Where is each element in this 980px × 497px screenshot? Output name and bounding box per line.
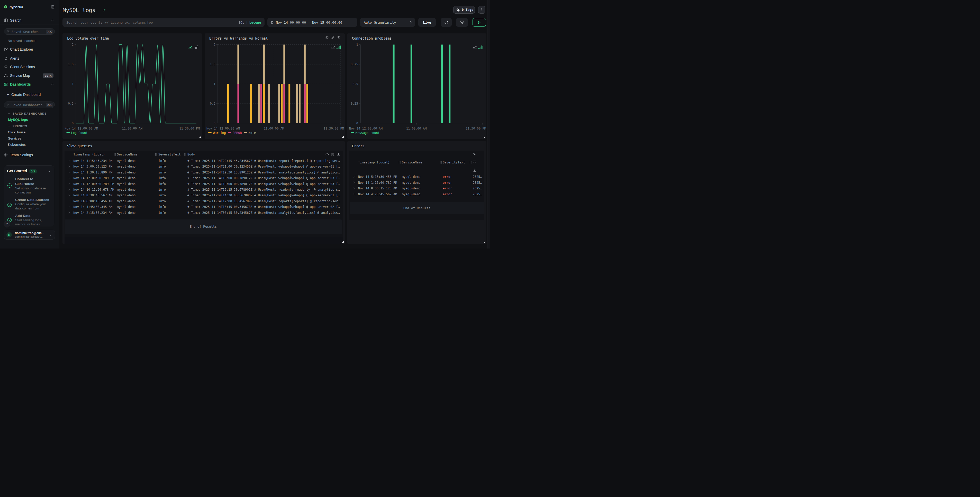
resize-handle[interactable] (199, 136, 201, 138)
column-drag-icon[interactable] (440, 161, 442, 164)
tags-button[interactable]: 0 Tags (453, 6, 475, 14)
cell-timestamp: Nov 14 6:00:15.456 AM (73, 199, 112, 203)
section-presets[interactable]: PRESETS (0, 123, 59, 129)
sidebar-item-services[interactable]: Services (0, 135, 59, 141)
horizontal-scrollbar[interactable] (65, 237, 343, 244)
expand-row-icon[interactable] (68, 177, 70, 179)
lucene-toggle[interactable]: Lucene (249, 21, 261, 24)
sql-toggle[interactable]: SQL (239, 21, 245, 24)
expand-row-icon[interactable] (353, 193, 355, 195)
cell-timestamp: Nov 14 4:15:45.234 PM (73, 159, 112, 163)
help-label: ? (6, 222, 8, 226)
column-drag-icon[interactable] (398, 161, 401, 164)
get-started-title: Get Started (7, 169, 27, 173)
panel-errors: Errors Timestamp (Local)ServiceNameSever… (347, 141, 487, 244)
saved-searches-input[interactable]: Saved Searches ⌘K (4, 28, 55, 35)
cell-servicename: mysql-demo (402, 175, 420, 179)
get-started-item-title[interactable]: Connect to ClickHouse (15, 177, 52, 187)
logo-row: HyperDX (0, 0, 59, 14)
create-dashboard-button[interactable]: + Create Dashboard (0, 91, 59, 98)
section-label: PRESETS (13, 125, 27, 128)
chevron-up-icon[interactable] (47, 170, 50, 173)
cell-severity: error (443, 181, 452, 184)
run-query-button[interactable] (473, 18, 486, 27)
sidebar-item-search[interactable]: Search (0, 16, 59, 24)
column-drag-icon[interactable] (184, 153, 186, 156)
expand-row-icon[interactable] (68, 160, 70, 162)
sidebar-item-chart-explorer[interactable]: Chart Explorer (0, 46, 59, 53)
code-icon[interactable] (325, 152, 329, 156)
sidebar-item-client-sessions[interactable]: Client Sessions (0, 63, 59, 71)
download-icon[interactable] (337, 152, 340, 156)
get-started-item-title[interactable]: Add Data (15, 214, 52, 218)
get-started-item-title[interactable]: Create Data Sources (15, 198, 52, 203)
user-profile-card[interactable]: D dominic.tran@clic... dominic.tran@clic… (4, 230, 55, 240)
hyperdx-logo-icon (4, 5, 8, 9)
download-icon[interactable] (473, 168, 477, 172)
expand-row-icon[interactable] (68, 206, 70, 208)
resize-handle[interactable] (484, 136, 485, 138)
help-button[interactable]: ? (3, 221, 10, 227)
cell-body: 2025… (473, 181, 482, 184)
sidebar-item-dashboards[interactable]: Dashboards (0, 81, 59, 88)
section-saved-dashboards[interactable]: SAVED DASHBOARDS (0, 111, 59, 116)
resize-handle[interactable] (342, 241, 344, 243)
connection-problems-chart[interactable]: 00.250.50.751Nov 14 12:00:00 AM11:00:00 … (347, 33, 487, 139)
saved-dashboards-input[interactable]: Saved Dashboards ⌘K (4, 102, 55, 108)
date-range-input[interactable]: Nov 14 00:00:00 - Nov 15 00:00:00 (267, 18, 357, 27)
scrollbar-gutter[interactable] (487, 0, 490, 249)
expand-row-icon[interactable] (68, 211, 70, 214)
granularity-select[interactable]: Auto Granularity (360, 18, 415, 27)
resize-handle[interactable] (484, 241, 485, 243)
code-icon[interactable] (473, 152, 477, 156)
filter-button[interactable] (456, 18, 468, 27)
cell-servicename: mysql-demo (117, 199, 135, 203)
sidebar-item-kubernetes[interactable]: Kubernetes (0, 141, 59, 147)
sidebar-collapse-icon[interactable] (51, 5, 54, 9)
sidebar-item-clickhouse[interactable]: ClickHouse (0, 129, 59, 135)
col-severitytext[interactable]: SeverityText (443, 160, 465, 164)
sidebar-item-label: Team Settings (10, 153, 33, 157)
col-body[interactable]: Body (188, 152, 195, 156)
expand-row-icon[interactable] (68, 171, 70, 173)
expand-row-icon[interactable] (68, 165, 70, 168)
live-button[interactable]: Live (418, 18, 436, 27)
svg-text:Note: Note (248, 131, 256, 134)
column-drag-icon[interactable] (155, 153, 158, 156)
sidebar-item-service-map[interactable]: Service Map BETA (0, 72, 59, 79)
expand-row-icon[interactable] (68, 194, 70, 197)
col-severitytext[interactable]: SeverityText (158, 152, 181, 156)
more-menu-button[interactable] (478, 6, 485, 14)
cell-timestamp: Nov 14 8:30:45.567 AM (73, 194, 112, 197)
column-drag-icon[interactable] (114, 153, 116, 156)
cell-body: # Time: 2025-11-14T18:00:00.789012Z # Us… (188, 182, 340, 186)
column-drag-icon[interactable] (469, 161, 472, 164)
text-wrap-icon[interactable] (473, 160, 477, 164)
log-volume-chart[interactable]: 00.511.52Nov 14 12:00:00 AM11:00:00 AM11… (62, 33, 202, 139)
text-wrap-icon[interactable] (331, 152, 335, 156)
event-search-input[interactable]: Search your events w/ Lucene ex. column:… (62, 18, 264, 27)
sidebar-item-alerts[interactable]: Alerts (0, 54, 59, 62)
edit-title-icon[interactable] (102, 8, 106, 12)
resize-handle[interactable] (342, 136, 344, 138)
expand-row-icon[interactable] (353, 187, 355, 190)
expand-row-icon[interactable] (68, 183, 70, 185)
cell-body: 2025… (473, 175, 482, 179)
sidebar-item-team-settings[interactable]: Team Settings (0, 151, 59, 159)
expand-row-icon[interactable] (353, 181, 355, 184)
sidebar-item-mysql-logs[interactable]: MySQL logs (0, 117, 59, 122)
errors-warnings-chart[interactable]: 00.511.52Nov 14 12:00:00 AM11:00:00 AM11… (205, 33, 345, 139)
svg-text:Nov 14 12:00:00 AM: Nov 14 12:00:00 AM (349, 126, 383, 130)
cell-timestamp: Nov 14 8:30:15.123 AM (358, 187, 397, 190)
hierarchy-icon (4, 73, 8, 78)
refresh-button[interactable] (441, 18, 452, 27)
chart-dots-icon (4, 47, 8, 51)
expand-row-icon[interactable] (353, 176, 355, 178)
col-timestamp[interactable]: Timestamp (Local) (73, 152, 105, 156)
panel-title: Slow queries (67, 144, 92, 148)
expand-row-icon[interactable] (68, 188, 70, 191)
expand-row-icon[interactable] (68, 200, 70, 202)
col-servicename[interactable]: ServiceName (117, 152, 137, 156)
col-servicename[interactable]: ServiceName (402, 160, 422, 164)
col-timestamp[interactable]: Timestamp (Local) (358, 160, 390, 164)
